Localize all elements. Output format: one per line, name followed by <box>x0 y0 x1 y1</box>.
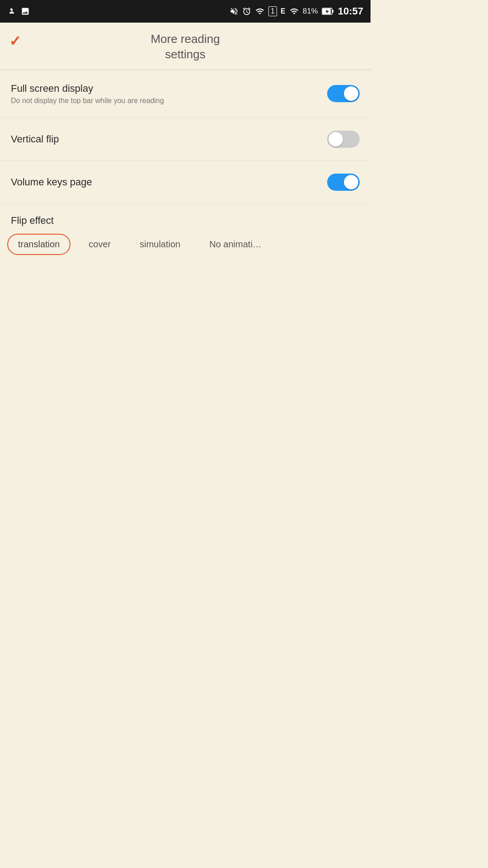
full-screen-setting-label-group: Full screen display Do not display the t… <box>11 83 164 105</box>
vertical-flip-toggle-knob <box>328 132 343 146</box>
battery-percent: 81% <box>303 7 318 16</box>
flip-option-simulation[interactable]: simulation <box>129 234 191 255</box>
volume-keys-label: Volume keys page <box>11 176 92 188</box>
status-right-icons: 1 E 81% 10:57 <box>230 5 363 17</box>
alarm-icon <box>242 7 251 16</box>
full-screen-setting-row: Full screen display Do not display the t… <box>0 70 371 118</box>
vertical-flip-label-group: Vertical flip <box>11 133 59 145</box>
flip-option-cover[interactable]: cover <box>78 234 122 255</box>
volume-keys-setting-row: Volume keys page <box>0 161 371 204</box>
status-left-icons <box>7 7 30 16</box>
flip-options-group: translation cover simulation No animati… <box>0 234 371 266</box>
flip-option-translation[interactable]: translation <box>7 234 70 255</box>
vertical-flip-toggle[interactable] <box>327 131 360 148</box>
signal-icon <box>289 7 299 16</box>
full-screen-toggle[interactable] <box>327 85 360 102</box>
full-screen-description: Do not display the top bar while you are… <box>11 97 164 105</box>
flip-effect-label: Flip effect <box>0 204 371 234</box>
full-screen-label: Full screen display <box>11 83 164 94</box>
sim1-icon: 1 <box>268 6 277 16</box>
vertical-flip-label: Vertical flip <box>11 133 59 145</box>
svg-rect-1 <box>332 10 333 13</box>
usb-icon <box>7 7 16 16</box>
status-time: 10:57 <box>338 5 363 17</box>
flip-effect-section: Flip effect translation cover simulation… <box>0 204 371 266</box>
volume-keys-toggle[interactable] <box>327 174 360 191</box>
volume-keys-label-group: Volume keys page <box>11 176 92 188</box>
header: ✓ More reading settings <box>0 23 371 70</box>
full-screen-toggle-slider <box>327 85 360 102</box>
full-screen-toggle-knob <box>344 86 358 101</box>
e-signal-icon: E <box>281 7 286 15</box>
vertical-flip-setting-row: Vertical flip <box>0 118 371 161</box>
volume-keys-toggle-knob <box>344 175 358 189</box>
confirm-button[interactable]: ✓ <box>9 33 21 50</box>
status-bar: 1 E 81% 10:57 <box>0 0 371 23</box>
vertical-flip-toggle-slider <box>327 131 360 148</box>
settings-content: Full screen display Do not display the t… <box>0 70 371 266</box>
wifi-icon <box>255 7 265 16</box>
page-title: More reading settings <box>150 32 220 62</box>
mute-icon <box>230 7 239 16</box>
flip-option-no-animation[interactable]: No animati… <box>198 234 272 255</box>
battery-icon <box>322 7 334 16</box>
image-icon <box>21 7 30 16</box>
volume-keys-toggle-slider <box>327 174 360 191</box>
